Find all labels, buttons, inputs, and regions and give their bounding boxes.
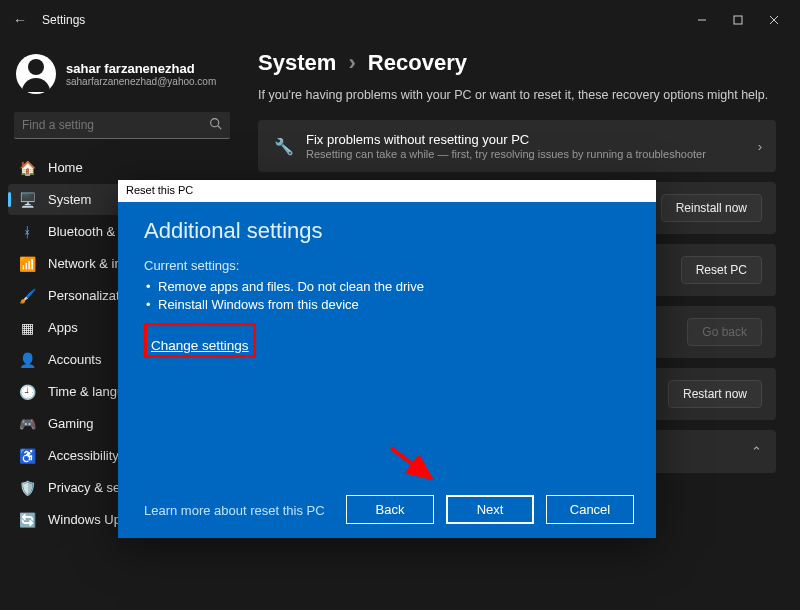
highlight-box: Change settings — [144, 323, 256, 358]
search-input[interactable] — [22, 118, 209, 132]
search-box[interactable] — [14, 112, 230, 139]
learn-more-link[interactable]: Learn more about reset this PC — [144, 503, 325, 518]
apps-icon: ▦ — [18, 319, 36, 337]
cancel-button[interactable]: Cancel — [546, 495, 634, 524]
minimize-button[interactable] — [684, 6, 720, 34]
breadcrumb-leaf: Recovery — [368, 50, 467, 75]
change-settings-link[interactable]: Change settings — [147, 336, 253, 355]
home-icon: 🏠 — [18, 159, 36, 177]
reinstall-button[interactable]: Reinstall now — [661, 194, 762, 222]
window-title: Settings — [42, 13, 85, 27]
user-name: sahar farzanenezhad — [66, 61, 216, 76]
dialog-title: Reset this PC — [118, 180, 656, 202]
breadcrumb-root[interactable]: System — [258, 50, 336, 75]
titlebar: ← Settings — [0, 0, 800, 40]
maximize-button[interactable] — [720, 6, 756, 34]
svg-rect-1 — [734, 16, 742, 24]
update-icon: 🔄 — [18, 511, 36, 529]
goback-button: Go back — [687, 318, 762, 346]
sidebar-item-label: System — [48, 192, 91, 207]
avatar — [16, 54, 56, 94]
sidebar-item-label: Apps — [48, 320, 78, 335]
breadcrumb: System › Recovery — [258, 50, 776, 76]
restart-button[interactable]: Restart now — [668, 380, 762, 408]
system-icon: 🖥️ — [18, 191, 36, 209]
reset-pc-dialog: Reset this PC Additional settings Curren… — [118, 180, 656, 538]
brush-icon: 🖌️ — [18, 287, 36, 305]
next-button[interactable]: Next — [446, 495, 534, 524]
back-button[interactable]: Back — [346, 495, 434, 524]
wrench-icon: 🔧 — [272, 137, 296, 156]
wifi-icon: 📶 — [18, 255, 36, 273]
chevron-up-icon: ⌃ — [751, 444, 762, 459]
card-title: Fix problems without resetting your PC — [306, 132, 748, 147]
sidebar-item-label: Accounts — [48, 352, 101, 367]
shield-icon: 🛡️ — [18, 479, 36, 497]
dialog-heading: Additional settings — [144, 218, 630, 244]
close-button[interactable] — [756, 6, 792, 34]
svg-line-6 — [391, 448, 431, 478]
setting-bullet: Remove apps and files. Do not clean the … — [158, 279, 630, 294]
person-icon: 👤 — [18, 351, 36, 369]
user-email: saharfarzanenezhad@yahoo.com — [66, 76, 216, 87]
sidebar-item-label: Home — [48, 160, 83, 175]
reset-pc-button[interactable]: Reset PC — [681, 256, 762, 284]
svg-line-5 — [218, 126, 221, 129]
back-button[interactable]: ← — [8, 12, 32, 28]
card-desc: Resetting can take a while — first, try … — [306, 148, 748, 160]
sidebar-item-home[interactable]: 🏠Home — [8, 152, 234, 183]
chevron-right-icon: › — [348, 50, 355, 75]
bluetooth-icon: ᚼ — [18, 223, 36, 241]
svg-point-4 — [211, 119, 219, 127]
sidebar-item-label: Gaming — [48, 416, 94, 431]
search-icon — [209, 117, 222, 133]
fix-problems-card[interactable]: 🔧 Fix problems without resetting your PC… — [258, 120, 776, 172]
clock-icon: 🕘 — [18, 383, 36, 401]
sidebar-item-label: Accessibility — [48, 448, 119, 463]
game-icon: 🎮 — [18, 415, 36, 433]
current-settings-label: Current settings: — [144, 258, 630, 273]
chevron-right-icon: › — [758, 139, 762, 154]
annotation-arrow-icon — [386, 443, 446, 488]
page-intro: If you're having problems with your PC o… — [258, 88, 776, 102]
user-profile[interactable]: sahar farzanenezhad saharfarzanenezhad@y… — [8, 48, 240, 108]
setting-bullet: Reinstall Windows from this device — [158, 297, 630, 312]
accessibility-icon: ♿ — [18, 447, 36, 465]
